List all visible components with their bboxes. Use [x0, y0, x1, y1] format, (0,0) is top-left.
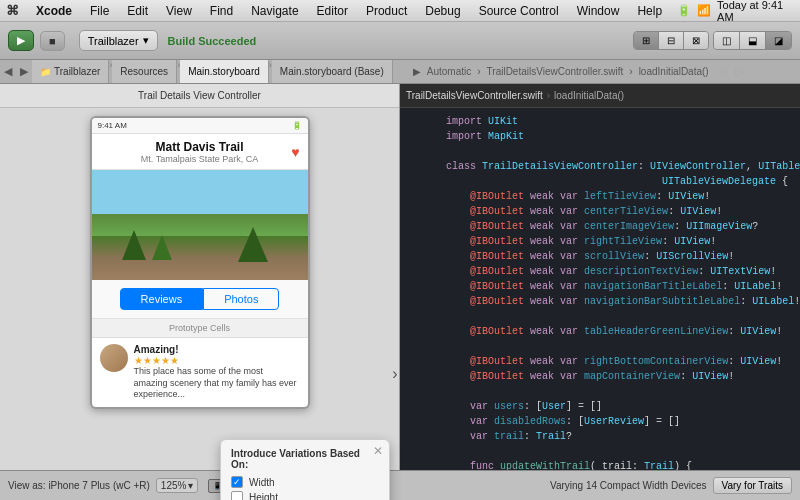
popup-close-button[interactable]: ✕ — [373, 444, 383, 458]
tab-main-storyboard[interactable]: Main.storyboard — [180, 60, 269, 83]
phone-nav-bar: Matt Davis Trail Mt. Tamalpais State Par… — [92, 134, 308, 170]
code-line: @IBOutlet weak var tableHeaderGreenLineV… — [400, 324, 800, 339]
review-stars: ★★★★★ — [134, 355, 300, 366]
variations-popup: ✕ Introduce Variations Based On: ✓ Width… — [220, 439, 390, 500]
zoom-value: 125% — [161, 480, 187, 491]
apple-menu[interactable]: ⌘ — [6, 3, 19, 18]
code-line: @IBOutlet weak var rightBottomContainerV… — [400, 354, 800, 369]
size-label: Varying 14 Compact Width Devices — [550, 480, 707, 491]
tab-nav-forward[interactable]: ▶ — [16, 60, 32, 83]
width-checkbox[interactable]: ✓ — [231, 476, 243, 488]
editor-mode-segmented: ⊞ ⊟ ⊠ — [633, 31, 709, 50]
trail-location: Mt. Tamalpais State Park, CA — [141, 154, 258, 164]
prototype-label: Prototype Cells — [92, 319, 308, 338]
menu-source-control[interactable]: Source Control — [476, 4, 562, 18]
trail-name: Matt Davis Trail — [155, 140, 243, 154]
chevron-down-icon: ▾ — [188, 480, 193, 491]
code-line: @IBOutlet weak var centerTileView: UIVie… — [400, 204, 800, 219]
menu-view[interactable]: View — [163, 4, 195, 18]
popup-title: Introduce Variations Based On: — [231, 448, 379, 470]
tab-nav-back[interactable]: ◀ — [0, 60, 16, 83]
reviews-option[interactable]: Reviews — [120, 288, 204, 310]
tab-trailblazer-label: Trailblazer — [54, 66, 100, 77]
phone-status-bar: 9:41 AM 🔋 — [92, 118, 308, 134]
menu-window[interactable]: Window — [574, 4, 623, 18]
menu-navigate[interactable]: Navigate — [248, 4, 301, 18]
code-line: func updateWithTrail( trail: Trail) { — [400, 459, 800, 470]
popup-width-item: ✓ Width — [231, 476, 379, 488]
menu-edit[interactable]: Edit — [124, 4, 151, 18]
code-line: @IBOutlet weak var mapContainerView: UIV… — [400, 369, 800, 384]
code-line: @IBOutlet weak var scrollView: UIScrollV… — [400, 249, 800, 264]
left-panel: Trail Details View Controller 9:41 AM 🔋 … — [0, 84, 400, 470]
code-area[interactable]: import UIKit import MapKit class TrailDe… — [400, 108, 800, 470]
menu-find[interactable]: Find — [207, 4, 236, 18]
storyboard-toolbar: Trail Details View Controller — [0, 84, 399, 108]
bottom-panel-btn[interactable]: ⬓ — [740, 32, 766, 49]
checkmark-icon: ✓ — [233, 492, 241, 500]
menu-product[interactable]: Product — [363, 4, 410, 18]
phone-carrier: 9:41 AM — [98, 121, 127, 130]
code-line: UITableViewDelegate { — [400, 174, 800, 189]
code-line: @IBOutlet weak var rightTileView: UIView… — [400, 234, 800, 249]
review-content: Amazing! ★★★★★ This place has some of th… — [134, 344, 300, 401]
reviews-photos-segmented: Reviews Photos — [92, 280, 308, 319]
menu-file[interactable]: File — [87, 4, 112, 18]
menu-debug[interactable]: Debug — [422, 4, 463, 18]
tree-icon-3 — [238, 227, 268, 262]
menu-xcode[interactable]: Xcode — [33, 4, 75, 18]
code-toolbar: TrailDetailsViewController.swift › loadI… — [400, 84, 800, 108]
code-line: import MapKit — [400, 129, 800, 144]
code-line: @IBOutlet weak var leftTileView: UIView! — [400, 189, 800, 204]
scheme-name: Trailblazer — [88, 35, 139, 47]
tab-trailblazer[interactable]: 📁 Trailblazer — [32, 60, 109, 83]
heart-icon: ♥ — [291, 144, 299, 160]
left-panel-btn[interactable]: ◫ — [714, 32, 740, 49]
editor-version-btn[interactable]: ⊠ — [684, 32, 708, 49]
review-item: Amazing! ★★★★★ This place has some of th… — [92, 338, 308, 407]
code-line: @IBOutlet weak var navigationBarTitleLab… — [400, 279, 800, 294]
vary-for-traits-button[interactable]: Vary for Traits — [713, 477, 793, 494]
view-as-label: View as: iPhone 7 Plus (wC +R) — [8, 480, 150, 491]
phone-frame: 9:41 AM 🔋 Matt Davis Trail Mt. Tamalpais… — [90, 116, 310, 409]
simulator-area: 9:41 AM 🔋 Matt Davis Trail Mt. Tamalpais… — [0, 108, 399, 470]
code-line: import UIKit — [400, 114, 800, 129]
stop-button[interactable]: ■ — [40, 31, 65, 51]
panel-toggle-segmented: ◫ ⬓ ◪ — [713, 31, 792, 50]
code-line — [400, 444, 800, 459]
tab-mainstoryboardbase-label: Main.storyboard (Base) — [280, 66, 384, 77]
menu-editor[interactable]: Editor — [314, 4, 351, 18]
tab-main-storyboard-base[interactable]: Main.storyboard (Base) — [272, 60, 393, 83]
menu-right-area: 🔋 📶 Today at 9:41 AM — [677, 0, 794, 23]
run-button[interactable]: ▶ — [8, 30, 34, 51]
tree-icon-1 — [122, 230, 146, 260]
height-checkbox[interactable]: ✓ — [231, 491, 243, 500]
code-line: @IBOutlet weak var centerImageView: UIIm… — [400, 219, 800, 234]
tab-auto-label: Automatic — [427, 66, 471, 77]
tree-icon-2 — [152, 235, 172, 260]
right-panel-btn[interactable]: ◪ — [766, 32, 791, 49]
tab-mainstoryboard-label: Main.storyboard — [188, 66, 260, 77]
scheme-selector[interactable]: Trailblazer ▾ — [79, 30, 158, 51]
code-line: var trail: Trail? — [400, 429, 800, 444]
menubar: ⌘ Xcode File Edit View Find Navigate Edi… — [0, 0, 800, 22]
editor-standard-btn[interactable]: ⊞ — [634, 32, 659, 49]
code-nav-back[interactable]: ◁ — [715, 65, 729, 78]
folder-icon: 📁 — [40, 67, 51, 77]
tab-code-arrow2: › — [477, 66, 480, 77]
tab-code-method: loadInitialData() — [639, 66, 709, 77]
code-line: @IBOutlet weak var descriptionTextView: … — [400, 264, 800, 279]
tab-resources[interactable]: Resources — [112, 60, 177, 83]
code-nav-forward[interactable]: ▷ — [732, 65, 746, 78]
build-status: Build Succeeded — [168, 35, 257, 47]
zoom-control[interactable]: 125% ▾ — [156, 478, 199, 493]
panel-arrow-icon: › — [385, 364, 405, 384]
tab-code-arrow3: › — [629, 66, 632, 77]
editor-assistant-btn[interactable]: ⊟ — [659, 32, 684, 49]
menu-help[interactable]: Help — [634, 4, 665, 18]
photos-option[interactable]: Photos — [203, 288, 279, 310]
phone-battery: 🔋 — [292, 121, 302, 130]
code-line — [400, 144, 800, 159]
code-method-arrow: › — [547, 90, 550, 101]
checkmark-icon: ✓ — [233, 477, 241, 487]
